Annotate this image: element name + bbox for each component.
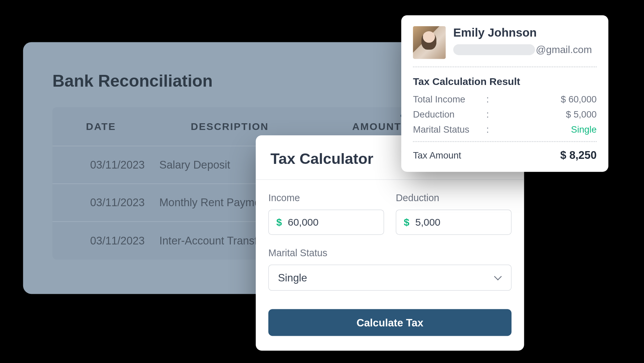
income-input[interactable]: $ 60,000 bbox=[268, 210, 384, 235]
colon: : bbox=[486, 124, 495, 135]
email-suffix: @gmail.com bbox=[536, 44, 592, 55]
result-row-income: Total Income : $ 60,000 bbox=[413, 94, 597, 105]
total-value: $ 8,250 bbox=[560, 148, 596, 162]
header-description: DESCRIPTION bbox=[151, 121, 335, 132]
deduction-input[interactable]: $ 5,000 bbox=[396, 210, 512, 235]
result-label: Deduction bbox=[413, 109, 486, 120]
income-value: 60,000 bbox=[288, 216, 376, 228]
cell-date: 03/11/2023 bbox=[61, 196, 159, 209]
result-value: Single bbox=[495, 124, 597, 135]
result-row-status: Marital Status : Single bbox=[413, 124, 597, 135]
avatar bbox=[413, 26, 446, 59]
tax-result-card: Emily Johnson @gmail.com Tax Calculation… bbox=[401, 15, 608, 172]
currency-icon: $ bbox=[276, 216, 282, 228]
currency-icon: $ bbox=[404, 216, 410, 228]
deduction-value: 5,000 bbox=[415, 216, 503, 228]
result-total-row: Tax Amount $ 8,250 bbox=[413, 148, 597, 162]
income-label: Income bbox=[268, 192, 384, 203]
profile-name: Emily Johnson bbox=[453, 26, 597, 39]
cell-date: 03/11/2023 bbox=[61, 158, 159, 171]
result-value: $ 5,000 bbox=[495, 109, 597, 120]
result-label: Total Income bbox=[413, 94, 486, 105]
divider bbox=[413, 141, 597, 142]
colon: : bbox=[486, 109, 495, 120]
total-label: Tax Amount bbox=[413, 150, 461, 161]
email-redacted bbox=[453, 44, 535, 55]
marital-status-label: Marital Status bbox=[268, 247, 512, 259]
header-date: DATE bbox=[52, 121, 151, 132]
chevron-down-icon bbox=[494, 274, 502, 281]
result-row-deduction: Deduction : $ 5,000 bbox=[413, 109, 597, 120]
result-label: Marital Status bbox=[413, 124, 486, 135]
cell-date: 03/11/2023 bbox=[61, 234, 159, 247]
result-title: Tax Calculation Result bbox=[413, 76, 597, 87]
result-value: $ 60,000 bbox=[495, 94, 597, 105]
marital-status-value: Single bbox=[278, 271, 307, 283]
marital-status-select[interactable]: Single bbox=[268, 264, 512, 290]
calculate-tax-button[interactable]: Calculate Tax bbox=[268, 309, 512, 336]
profile-email: @gmail.com bbox=[453, 44, 597, 55]
deduction-label: Deduction bbox=[396, 192, 512, 203]
colon: : bbox=[486, 94, 495, 105]
